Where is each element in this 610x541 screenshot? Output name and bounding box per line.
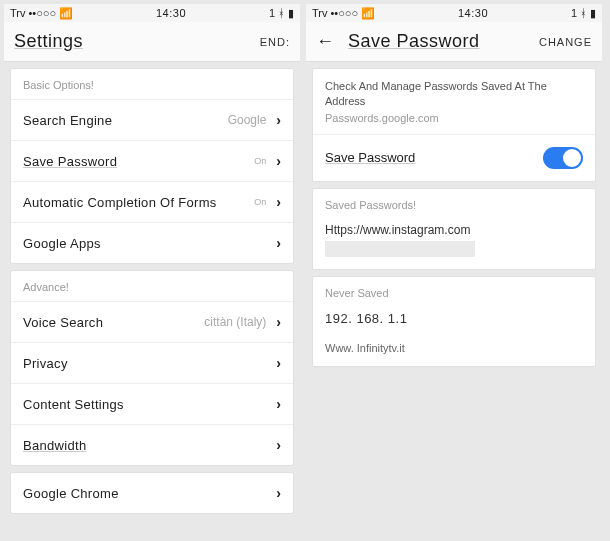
status-bar: Trv ••○○○ 📶 14:30 1 ᚼ ▮ (4, 4, 300, 22)
bluetooth-glyph: ᚼ (580, 7, 587, 19)
password-mask (325, 241, 475, 257)
voice-search-label: Voice Search (23, 315, 103, 330)
status-bar: Trv ••○○○ 📶 14:30 1 ᚼ ▮ (306, 4, 602, 22)
chevron-right-icon: › (276, 485, 281, 501)
advance-card: Advance! Voice Search cittàn (Italy) › P… (10, 270, 294, 466)
voice-search-value: cittàn (Italy) (204, 315, 266, 329)
search-engine-value: Google (228, 113, 267, 127)
chevron-right-icon: › (276, 235, 281, 251)
content-settings-row[interactable]: Content Settings › (11, 383, 293, 424)
toggle-card: Check And Manage Passwords Saved At The … (312, 68, 596, 182)
signal-icon: ••○○○ (28, 7, 56, 19)
saved-password-url: Https://www.instagram.com (325, 223, 583, 237)
chevron-right-icon: › (276, 396, 281, 412)
google-chrome-row[interactable]: Google Chrome › (11, 473, 293, 513)
basic-options-card: Basic Options! Search Engine Google › Sa… (10, 68, 294, 264)
chevron-right-icon: › (276, 194, 281, 210)
description-text: Check And Manage Passwords Saved At The … (313, 69, 595, 112)
signal-icon: ••○○○ (330, 7, 358, 19)
advance-section-label: Advance! (11, 271, 293, 301)
voice-search-row[interactable]: Voice Search cittàn (Italy) › (11, 301, 293, 342)
carrier-label: Trv (10, 7, 25, 19)
privacy-row[interactable]: Privacy › (11, 342, 293, 383)
save-password-header: ← Save Password CHANGE (306, 22, 602, 62)
wifi-icon: 📶 (361, 7, 375, 20)
bluetooth-icon: 1 (269, 7, 275, 19)
never-saved-item[interactable]: 192. 168. 1.1 (313, 307, 595, 338)
save-password-row[interactable]: Save Password On › (11, 140, 293, 181)
google-apps-label: Google Apps (23, 236, 101, 251)
chevron-right-icon: › (276, 112, 281, 128)
settings-header: Settings END: (4, 22, 300, 62)
bluetooth-icon: 1 (571, 7, 577, 19)
save-password-toggle[interactable] (543, 147, 583, 169)
carrier-label: Trv (312, 7, 327, 19)
change-button[interactable]: CHANGE (539, 36, 592, 48)
autofill-value: On (254, 197, 266, 207)
bandwidth-label: Bandwidth (23, 438, 86, 453)
battery-icon: ▮ (288, 7, 294, 20)
chevron-right-icon: › (276, 314, 281, 330)
settings-screen: Trv ••○○○ 📶 14:30 1 ᚼ ▮ Settings END: Ba… (4, 4, 300, 520)
clock: 14:30 (458, 7, 488, 19)
google-apps-row[interactable]: Google Apps › (11, 222, 293, 263)
end-button[interactable]: END: (260, 36, 290, 48)
basic-section-label: Basic Options! (11, 69, 293, 99)
bluetooth-glyph: ᚼ (278, 7, 285, 19)
content-settings-label: Content Settings (23, 397, 124, 412)
never-saved-card: Never Saved 192. 168. 1.1 Www. Infinityt… (312, 276, 596, 367)
wifi-icon: 📶 (59, 7, 73, 20)
never-saved-label: Never Saved (313, 277, 595, 307)
search-engine-row[interactable]: Search Engine Google › (11, 99, 293, 140)
save-password-label: Save Password (23, 154, 117, 169)
search-engine-label: Search Engine (23, 113, 112, 128)
bandwidth-row[interactable]: Bandwidth › (11, 424, 293, 465)
saved-passwords-label: Saved Passwords! (313, 189, 595, 219)
chrome-card: Google Chrome › (10, 472, 294, 514)
autofill-label: Automatic Completion Of Forms (23, 195, 217, 210)
privacy-label: Privacy (23, 356, 68, 371)
battery-icon: ▮ (590, 7, 596, 20)
chevron-right-icon: › (276, 437, 281, 453)
back-arrow-icon[interactable]: ← (316, 31, 334, 52)
google-chrome-label: Google Chrome (23, 486, 119, 501)
chevron-right-icon: › (276, 355, 281, 371)
save-password-toggle-label: Save Password (325, 150, 415, 165)
save-password-value: On (254, 156, 266, 166)
passwords-link[interactable]: Passwords.google.com (313, 112, 595, 134)
saved-passwords-card: Saved Passwords! Https://www.instagram.c… (312, 188, 596, 270)
save-password-screen: Trv ••○○○ 📶 14:30 1 ᚼ ▮ ← Save Password … (306, 4, 602, 520)
chevron-right-icon: › (276, 153, 281, 169)
page-title: Save Password (348, 31, 480, 52)
page-title: Settings (14, 31, 83, 52)
autofill-row[interactable]: Automatic Completion Of Forms On › (11, 181, 293, 222)
never-saved-item[interactable]: Www. Infinitytv.it (313, 338, 595, 366)
saved-password-item[interactable]: Https://www.instagram.com (313, 219, 595, 269)
clock: 14:30 (156, 7, 186, 19)
